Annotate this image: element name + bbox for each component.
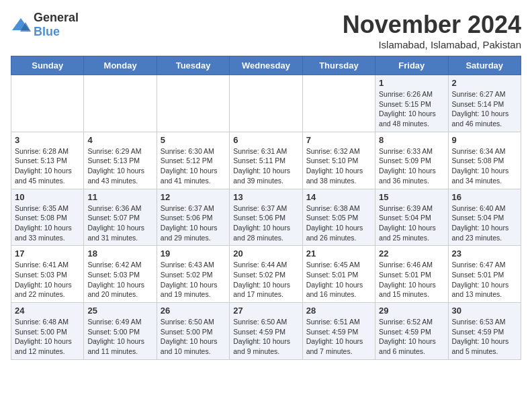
- table-row: [157, 75, 229, 132]
- table-row: 9Sunrise: 6:34 AMSunset: 5:08 PMDaylight…: [448, 132, 521, 189]
- day-info: Sunrise: 6:51 AMSunset: 4:59 PMDaylight:…: [306, 317, 371, 357]
- day-info: Sunrise: 6:53 AMSunset: 4:59 PMDaylight:…: [452, 317, 517, 357]
- table-row: 24Sunrise: 6:48 AMSunset: 5:00 PMDayligh…: [11, 303, 84, 360]
- table-row: [11, 75, 84, 132]
- table-row: 23Sunrise: 6:47 AMSunset: 5:01 PMDayligh…: [448, 246, 521, 303]
- day-info: Sunrise: 6:48 AMSunset: 5:00 PMDaylight:…: [15, 317, 80, 357]
- day-info: Sunrise: 6:39 AMSunset: 5:04 PMDaylight:…: [379, 203, 444, 243]
- table-row: 19Sunrise: 6:43 AMSunset: 5:02 PMDayligh…: [157, 246, 229, 303]
- day-number: 20: [233, 248, 298, 259]
- table-row: 2Sunrise: 6:27 AMSunset: 5:14 PMDaylight…: [448, 75, 521, 132]
- table-row: 27Sunrise: 6:50 AMSunset: 4:59 PMDayligh…: [230, 303, 302, 360]
- logo-blue: Blue: [34, 25, 79, 39]
- logo-icon: [11, 17, 31, 33]
- day-info: Sunrise: 6:47 AMSunset: 5:01 PMDaylight:…: [452, 260, 517, 300]
- day-number: 14: [306, 192, 371, 202]
- day-number: 18: [87, 248, 152, 259]
- day-number: 10: [15, 192, 80, 202]
- day-number: 15: [379, 192, 444, 202]
- day-number: 2: [452, 78, 517, 88]
- day-info: Sunrise: 6:44 AMSunset: 5:02 PMDaylight:…: [233, 260, 298, 300]
- table-row: 5Sunrise: 6:30 AMSunset: 5:12 PMDaylight…: [157, 132, 229, 189]
- table-row: 3Sunrise: 6:28 AMSunset: 5:13 PMDaylight…: [11, 132, 84, 189]
- day-number: 8: [379, 135, 444, 145]
- table-row: [302, 75, 375, 132]
- table-row: 8Sunrise: 6:33 AMSunset: 5:09 PMDaylight…: [375, 132, 448, 189]
- day-number: 28: [306, 306, 371, 316]
- day-number: 13: [233, 192, 298, 202]
- table-row: 22Sunrise: 6:46 AMSunset: 5:01 PMDayligh…: [375, 246, 448, 303]
- day-number: 1: [379, 78, 444, 88]
- day-info: Sunrise: 6:38 AMSunset: 5:05 PMDaylight:…: [306, 203, 371, 243]
- day-number: 30: [452, 306, 517, 316]
- month-title: November 2024: [343, 11, 521, 39]
- day-info: Sunrise: 6:26 AMSunset: 5:15 PMDaylight:…: [379, 89, 444, 129]
- table-row: 16Sunrise: 6:40 AMSunset: 5:04 PMDayligh…: [448, 189, 521, 246]
- table-row: 18Sunrise: 6:42 AMSunset: 5:03 PMDayligh…: [84, 246, 157, 303]
- day-number: 24: [15, 306, 80, 316]
- day-number: 9: [452, 135, 517, 145]
- table-row: 17Sunrise: 6:41 AMSunset: 5:03 PMDayligh…: [11, 246, 84, 303]
- day-info: Sunrise: 6:37 AMSunset: 5:06 PMDaylight:…: [161, 203, 226, 243]
- day-info: Sunrise: 6:28 AMSunset: 5:13 PMDaylight:…: [15, 146, 80, 186]
- title-area: November 2024 Islamabad, Islamabad, Paki…: [343, 11, 521, 50]
- day-number: 7: [306, 135, 371, 145]
- table-row: 13Sunrise: 6:37 AMSunset: 5:06 PMDayligh…: [230, 189, 302, 246]
- day-info: Sunrise: 6:42 AMSunset: 5:03 PMDaylight:…: [87, 260, 152, 300]
- day-number: 23: [452, 248, 517, 259]
- day-info: Sunrise: 6:50 AMSunset: 4:59 PMDaylight:…: [233, 317, 298, 357]
- day-number: 25: [87, 306, 152, 316]
- day-number: 19: [161, 248, 226, 259]
- day-number: 12: [161, 192, 226, 202]
- day-number: 4: [87, 135, 152, 145]
- day-info: Sunrise: 6:52 AMSunset: 4:59 PMDaylight:…: [379, 317, 444, 357]
- day-info: Sunrise: 6:36 AMSunset: 5:07 PMDaylight:…: [87, 203, 152, 243]
- header-saturday: Saturday: [448, 56, 521, 75]
- day-info: Sunrise: 6:43 AMSunset: 5:02 PMDaylight:…: [161, 260, 226, 300]
- day-info: Sunrise: 6:35 AMSunset: 5:08 PMDaylight:…: [15, 203, 80, 243]
- logo: General Blue: [11, 11, 79, 39]
- header-thursday: Thursday: [302, 56, 375, 75]
- table-row: 4Sunrise: 6:29 AMSunset: 5:13 PMDaylight…: [84, 132, 157, 189]
- day-number: 27: [233, 306, 298, 316]
- calendar-table: Sunday Monday Tuesday Wednesday Thursday…: [11, 56, 521, 360]
- table-row: [230, 75, 302, 132]
- day-number: 5: [161, 135, 226, 145]
- table-row: 7Sunrise: 6:32 AMSunset: 5:10 PMDaylight…: [302, 132, 375, 189]
- day-number: 21: [306, 248, 371, 259]
- day-number: 17: [15, 248, 80, 259]
- day-info: Sunrise: 6:50 AMSunset: 5:00 PMDaylight:…: [161, 317, 226, 357]
- table-row: 30Sunrise: 6:53 AMSunset: 4:59 PMDayligh…: [448, 303, 521, 360]
- table-row: 20Sunrise: 6:44 AMSunset: 5:02 PMDayligh…: [230, 246, 302, 303]
- table-row: 12Sunrise: 6:37 AMSunset: 5:06 PMDayligh…: [157, 189, 229, 246]
- table-row: 25Sunrise: 6:49 AMSunset: 5:00 PMDayligh…: [84, 303, 157, 360]
- table-row: 6Sunrise: 6:31 AMSunset: 5:11 PMDaylight…: [230, 132, 302, 189]
- day-number: 29: [379, 306, 444, 316]
- table-row: 15Sunrise: 6:39 AMSunset: 5:04 PMDayligh…: [375, 189, 448, 246]
- header-wednesday: Wednesday: [230, 56, 302, 75]
- day-info: Sunrise: 6:34 AMSunset: 5:08 PMDaylight:…: [452, 146, 517, 186]
- day-info: Sunrise: 6:49 AMSunset: 5:00 PMDaylight:…: [87, 317, 152, 357]
- day-number: 3: [15, 135, 80, 145]
- table-row: 28Sunrise: 6:51 AMSunset: 4:59 PMDayligh…: [302, 303, 375, 360]
- day-info: Sunrise: 6:29 AMSunset: 5:13 PMDaylight:…: [87, 146, 152, 186]
- day-info: Sunrise: 6:31 AMSunset: 5:11 PMDaylight:…: [233, 146, 298, 186]
- day-info: Sunrise: 6:30 AMSunset: 5:12 PMDaylight:…: [161, 146, 226, 186]
- table-row: 21Sunrise: 6:45 AMSunset: 5:01 PMDayligh…: [302, 246, 375, 303]
- day-info: Sunrise: 6:37 AMSunset: 5:06 PMDaylight:…: [233, 203, 298, 243]
- calendar-body: 1Sunrise: 6:26 AMSunset: 5:15 PMDaylight…: [11, 75, 521, 360]
- table-row: 1Sunrise: 6:26 AMSunset: 5:15 PMDaylight…: [375, 75, 448, 132]
- logo-general: General: [34, 11, 79, 25]
- table-row: 14Sunrise: 6:38 AMSunset: 5:05 PMDayligh…: [302, 189, 375, 246]
- day-info: Sunrise: 6:33 AMSunset: 5:09 PMDaylight:…: [379, 146, 444, 186]
- day-info: Sunrise: 6:41 AMSunset: 5:03 PMDaylight:…: [15, 260, 80, 300]
- location-subtitle: Islamabad, Islamabad, Pakistan: [343, 39, 521, 50]
- header-monday: Monday: [84, 56, 157, 75]
- day-info: Sunrise: 6:32 AMSunset: 5:10 PMDaylight:…: [306, 146, 371, 186]
- day-info: Sunrise: 6:27 AMSunset: 5:14 PMDaylight:…: [452, 89, 517, 129]
- table-row: 26Sunrise: 6:50 AMSunset: 5:00 PMDayligh…: [157, 303, 229, 360]
- day-number: 26: [161, 306, 226, 316]
- header: General Blue November 2024 Islamabad, Is…: [11, 11, 521, 50]
- calendar-header: Sunday Monday Tuesday Wednesday Thursday…: [11, 56, 521, 75]
- day-info: Sunrise: 6:46 AMSunset: 5:01 PMDaylight:…: [379, 260, 444, 300]
